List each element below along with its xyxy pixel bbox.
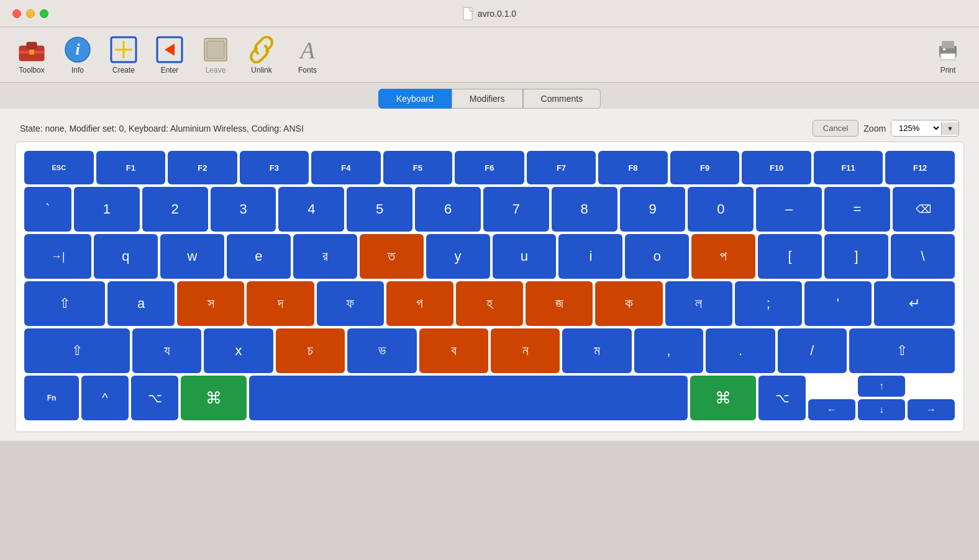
key-l[interactable]: ল	[665, 281, 732, 326]
key-0[interactable]: 0	[688, 187, 754, 232]
key-minus[interactable]: –	[756, 187, 822, 232]
key-z[interactable]: য	[132, 328, 201, 373]
key-comma[interactable]: ,	[634, 328, 703, 373]
key-k[interactable]: ক	[595, 281, 662, 326]
fonts-label: Fonts	[298, 66, 317, 75]
key-rshift[interactable]: ⇧	[849, 328, 955, 373]
key-capslock[interactable]: ⇧	[24, 281, 105, 326]
key-b[interactable]: ব	[419, 328, 488, 373]
zoom-select-wrap[interactable]: 125% 100% 150% 75% ▼	[891, 120, 959, 137]
toolbar-fonts[interactable]: A Fonts	[286, 32, 329, 77]
key-v[interactable]: ভ	[347, 328, 416, 373]
key-cmd-r[interactable]: ⌘	[690, 376, 756, 420]
key-alt-r[interactable]: ⌥	[758, 376, 806, 420]
key-4[interactable]: 4	[278, 187, 344, 232]
tab-keyboard[interactable]: Keyboard	[378, 89, 452, 109]
key-j[interactable]: জ	[526, 281, 593, 326]
main-panel: State: none, Modifier set: 0, Keyboard: …	[0, 109, 979, 441]
toolbar-print[interactable]: Print	[927, 32, 969, 77]
key-f5[interactable]: F5	[383, 151, 453, 184]
key-alt-l[interactable]: ⌥	[131, 376, 178, 420]
key-3[interactable]: 3	[211, 187, 276, 232]
maximize-button[interactable]	[40, 9, 48, 18]
key-f2[interactable]: F2	[168, 151, 237, 184]
key-backtick[interactable]: `	[24, 187, 71, 232]
key-esc[interactable]: ESC	[24, 151, 94, 184]
key-w[interactable]: w	[160, 234, 224, 279]
key-s[interactable]: স	[177, 281, 244, 326]
key-d[interactable]: দ	[247, 281, 314, 326]
key-f7[interactable]: F7	[527, 151, 596, 184]
key-f12[interactable]: F12	[885, 151, 955, 184]
zoom-select[interactable]: 125% 100% 150% 75%	[891, 120, 941, 136]
window-title: avro.0.1.0	[463, 7, 516, 20]
key-backspace[interactable]: ⌫	[893, 187, 955, 232]
tab-modifiers[interactable]: Modifiers	[452, 89, 523, 109]
key-7[interactable]: 7	[483, 187, 549, 232]
key-backslash[interactable]: \	[891, 234, 955, 279]
key-g[interactable]: গ	[386, 281, 453, 326]
key-equals[interactable]: =	[824, 187, 890, 232]
key-lshift[interactable]: ⇧	[24, 328, 130, 373]
key-arrow-right[interactable]: →	[908, 399, 955, 420]
key-5[interactable]: 5	[347, 187, 412, 232]
close-button[interactable]	[12, 9, 21, 18]
svg-text:i: i	[75, 40, 80, 58]
key-f1[interactable]: F1	[96, 151, 166, 184]
key-space[interactable]	[249, 376, 688, 420]
key-fn[interactable]: Fn	[24, 376, 79, 420]
key-n[interactable]: ন	[491, 328, 560, 373]
toolbar-create[interactable]: Create	[102, 32, 145, 77]
key-8[interactable]: 8	[552, 187, 617, 232]
key-2[interactable]: 2	[142, 187, 208, 232]
key-a[interactable]: a	[107, 281, 175, 326]
key-semicolon[interactable]: ;	[735, 281, 802, 326]
key-h[interactable]: হ	[456, 281, 523, 326]
key-i[interactable]: i	[558, 234, 622, 279]
toolbar-toolbox[interactable]: Toolbox	[10, 32, 53, 77]
key-r[interactable]: র	[293, 234, 357, 279]
key-f11[interactable]: F11	[814, 151, 883, 184]
key-x[interactable]: x	[204, 328, 273, 373]
key-f6[interactable]: F6	[455, 151, 524, 184]
toolbar-leave[interactable]: Leave	[194, 32, 237, 77]
key-rbracket[interactable]: ]	[824, 234, 888, 279]
key-o[interactable]: o	[625, 234, 689, 279]
key-f9[interactable]: F9	[670, 151, 740, 184]
key-p[interactable]: প	[691, 234, 755, 279]
key-return[interactable]: ↵	[874, 281, 955, 326]
key-f[interactable]: ফ	[317, 281, 384, 326]
key-f10[interactable]: F10	[742, 151, 811, 184]
key-period[interactable]: .	[706, 328, 775, 373]
zoom-arrow[interactable]: ▼	[941, 122, 959, 135]
toolbox-label: Toolbox	[19, 66, 44, 75]
tab-comments[interactable]: Comments	[523, 89, 601, 109]
key-9[interactable]: 9	[620, 187, 686, 232]
key-6[interactable]: 6	[415, 187, 481, 232]
key-arrow-left[interactable]: ←	[808, 399, 855, 420]
key-f4[interactable]: F4	[311, 151, 381, 184]
minimize-button[interactable]	[26, 9, 35, 18]
key-m[interactable]: ম	[562, 328, 631, 373]
key-f3[interactable]: F3	[240, 151, 309, 184]
key-e[interactable]: e	[227, 234, 291, 279]
key-tab[interactable]: →|	[24, 234, 91, 279]
cancel-button[interactable]: Cancel	[813, 120, 858, 137]
key-q[interactable]: q	[94, 234, 158, 279]
key-arrow-down[interactable]: ↓	[858, 399, 905, 420]
key-f8[interactable]: F8	[598, 151, 668, 184]
key-arrow-up[interactable]: ↑	[858, 376, 905, 397]
toolbar-enter[interactable]: Enter	[148, 32, 191, 77]
toolbar-unlink[interactable]: Unlink	[240, 32, 283, 77]
key-cmd-l[interactable]: ⌘	[181, 376, 247, 420]
key-c[interactable]: চ	[276, 328, 345, 373]
key-t[interactable]: ত	[360, 234, 424, 279]
key-quote[interactable]: '	[804, 281, 872, 326]
key-lbracket[interactable]: [	[758, 234, 822, 279]
key-ctrl[interactable]: ^	[81, 376, 129, 420]
key-u[interactable]: u	[493, 234, 557, 279]
key-1[interactable]: 1	[74, 187, 140, 232]
key-slash[interactable]: /	[778, 328, 847, 373]
toolbar-info[interactable]: i Info	[56, 32, 99, 77]
key-y[interactable]: y	[426, 234, 490, 279]
